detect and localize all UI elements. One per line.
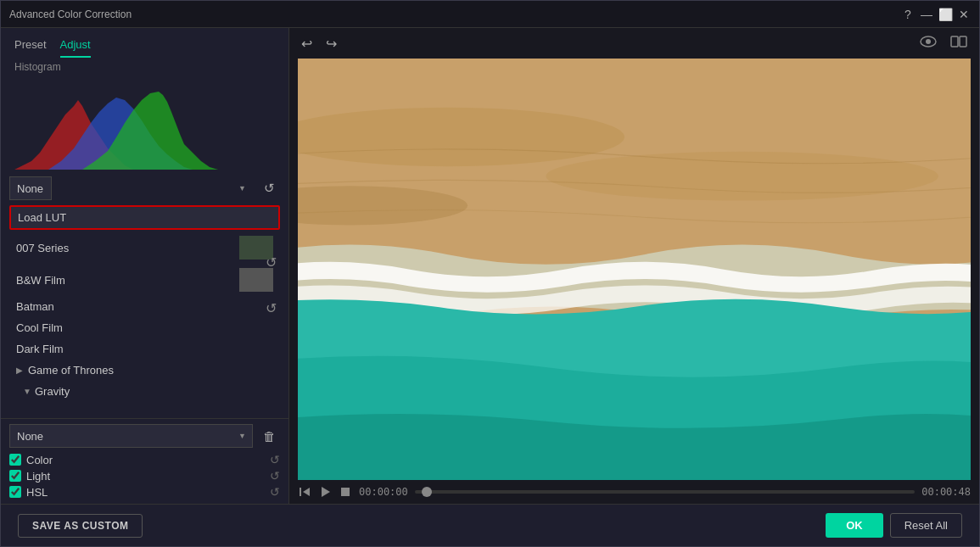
adj-reset-hsl[interactable]: ↺ — [270, 485, 280, 499]
svg-rect-3 — [960, 36, 966, 47]
time-current: 00:00:00 — [359, 486, 408, 498]
preset-item-label: Cool Film — [16, 321, 273, 334]
adj-reset-light[interactable]: ↺ — [270, 469, 280, 483]
preset-item-cool-film[interactable]: Cool Film — [9, 317, 280, 338]
none-selector-row: None 🗑 — [9, 424, 280, 448]
adj-checkbox-hsl[interactable] — [9, 486, 21, 498]
video-toolbar-top: ↩ ↪ — [289, 28, 979, 59]
adj-label-light: Light — [26, 470, 265, 483]
preset-selector-area: None ↺ — [1, 173, 288, 200]
maximize-button[interactable]: ⬜ — [938, 8, 952, 21]
eye-icon — [920, 36, 937, 47]
window-controls: ? — ⬜ ✕ — [901, 8, 971, 21]
eye-button[interactable] — [916, 34, 940, 53]
close-button[interactable]: ✕ — [957, 8, 971, 21]
preset-item-label: 007 Series — [16, 242, 234, 254]
preset-item-dark-film[interactable]: Dark Film — [9, 338, 280, 360]
svg-point-1 — [926, 39, 931, 44]
expand-arrow-down-icon: ▼ — [23, 387, 31, 396]
preset-item-label: Load LUT — [18, 211, 272, 224]
progress-knob[interactable] — [422, 487, 432, 497]
histogram-canvas — [14, 76, 252, 170]
bottom-section: None 🗑 Color ↺ Light ↺ — [1, 418, 288, 504]
preset-item-gravity[interactable]: ▼ Gravity — [9, 381, 280, 402]
minimize-button[interactable]: — — [920, 8, 933, 21]
save-as-custom-button[interactable]: SAVE AS CUSTOM — [18, 514, 143, 538]
play-icon — [318, 485, 332, 499]
svg-rect-2 — [951, 36, 958, 47]
beach-svg — [298, 59, 971, 480]
window-title: Advanced Color Correction — [9, 8, 901, 20]
preset-list-container: ↺ ↺ Load LUT 007 Series B&W Fil — [1, 200, 288, 418]
redo-button[interactable]: ↪ — [322, 34, 340, 53]
svg-rect-9 — [300, 488, 301, 496]
bottom-action-bar: SAVE AS CUSTOM OK Reset All — [1, 504, 979, 546]
svg-marker-11 — [322, 487, 330, 497]
main-window: Advanced Color Correction ? — ⬜ ✕ Preset… — [0, 0, 980, 547]
list-side-controls: ↺ ↺ — [260, 251, 282, 319]
preset-item-label: Batman — [16, 300, 273, 313]
time-total: 00:00:48 — [921, 486, 971, 498]
left-panel: Preset Adjust Histogram — [1, 28, 289, 504]
reset-all-button[interactable]: Reset All — [890, 513, 962, 538]
undo-button[interactable]: ↩ — [298, 34, 316, 53]
adj-reset-color[interactable]: ↺ — [270, 453, 280, 466]
preset-reset-button[interactable]: ↺ — [258, 177, 280, 199]
preset-item-load-lut[interactable]: Load LUT — [9, 205, 280, 230]
adj-checkbox-light[interactable] — [9, 470, 21, 482]
step-back-icon — [298, 485, 311, 499]
histogram-svg — [14, 76, 252, 170]
trash-button[interactable]: 🗑 — [258, 425, 280, 447]
svg-marker-10 — [303, 488, 310, 496]
stop-button[interactable] — [339, 485, 352, 499]
adj-item-color: Color ↺ — [9, 453, 280, 466]
preset-list: Load LUT 007 Series B&W Film Batman — [1, 204, 288, 415]
none-select[interactable]: None — [9, 424, 253, 448]
preset-selector: None ↺ — [9, 176, 280, 200]
preset-item-batman[interactable]: Batman — [9, 296, 280, 317]
adj-checkbox-color[interactable] — [9, 454, 21, 466]
main-content: Preset Adjust Histogram — [1, 28, 979, 504]
side-reset-button-1[interactable]: ↺ — [260, 251, 282, 273]
histogram-label: Histogram — [14, 61, 275, 73]
step-back-button[interactable] — [298, 485, 311, 499]
compare-button[interactable] — [947, 33, 971, 53]
adjustment-items: Color ↺ Light ↺ HSL ↺ — [9, 453, 280, 499]
progress-bar[interactable] — [415, 490, 915, 494]
tab-preset[interactable]: Preset — [14, 35, 47, 58]
adj-item-hsl: HSL ↺ — [9, 485, 280, 499]
video-controls: 00:00:00 00:00:48 — [289, 480, 979, 504]
preset-dropdown[interactable]: None — [9, 176, 52, 200]
bottom-right-buttons: OK Reset All — [826, 513, 962, 538]
tab-bar: Preset Adjust — [1, 28, 288, 58]
play-button[interactable] — [318, 485, 332, 499]
ok-button[interactable]: OK — [826, 513, 883, 538]
adj-item-light: Light ↺ — [9, 469, 280, 483]
adj-label-color: Color — [26, 454, 265, 466]
preset-item-label: Dark Film — [16, 343, 273, 355]
compare-icon — [950, 35, 967, 48]
title-bar: Advanced Color Correction ? — ⬜ ✕ — [1, 1, 979, 28]
preset-item-game-of-thrones[interactable]: ▶ Game of Thrones — [9, 360, 280, 381]
none-select-wrapper: None — [9, 424, 253, 448]
tab-adjust[interactable]: Adjust — [60, 35, 91, 58]
video-preview — [298, 59, 971, 480]
svg-point-7 — [546, 152, 938, 201]
preset-item-label: B&W Film — [16, 274, 234, 287]
help-button[interactable]: ? — [901, 8, 915, 21]
preset-item-007-series[interactable]: 007 Series — [9, 232, 280, 264]
preset-item-bw-film[interactable]: B&W Film — [9, 264, 280, 296]
preset-item-label: Game of Thrones — [28, 364, 114, 377]
preset-dropdown-wrapper: None — [9, 176, 253, 200]
expand-arrow-icon: ▶ — [16, 366, 25, 375]
histogram-section: Histogram — [1, 58, 288, 173]
side-reset-button-2[interactable]: ↺ — [260, 297, 282, 319]
right-panel: ↩ ↪ — [289, 28, 979, 504]
adj-label-hsl: HSL — [26, 486, 265, 499]
svg-rect-12 — [341, 488, 350, 496]
preset-item-label: Gravity — [35, 385, 70, 398]
stop-icon — [339, 485, 352, 499]
